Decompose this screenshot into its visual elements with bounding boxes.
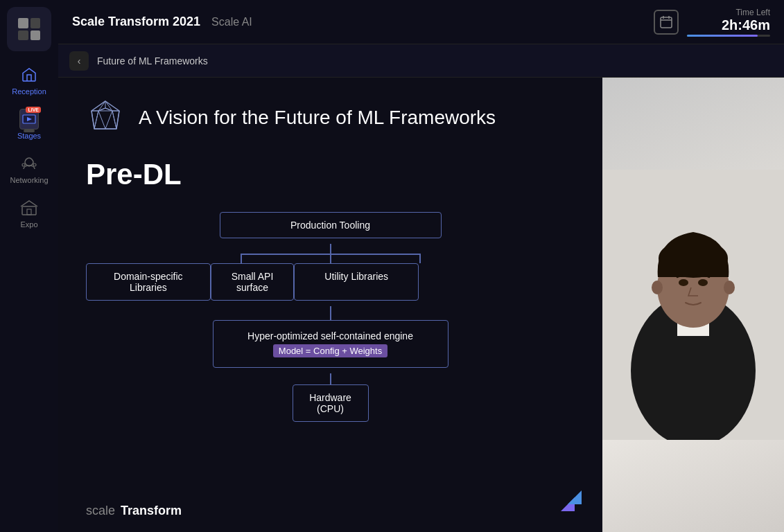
back-button[interactable]: ‹ (69, 51, 89, 71)
utility-libraries-box: Utility Libraries (294, 263, 419, 301)
event-title: Scale Transform 2021 (72, 15, 200, 29)
production-tooling-box: Production Tooling (220, 212, 442, 238)
diagram-row-hardware: Hardware (CPU) (86, 384, 575, 422)
diagram: Production Tooling Domain-specific L (86, 212, 575, 422)
diagram-row-engine: Hyper-optimized self-contained engine Mo… (86, 320, 575, 368)
hardware-box: Hardware (CPU) (293, 384, 369, 422)
expo-icon (19, 198, 39, 218)
svg-point-26 (698, 279, 708, 286)
time-left-value: 2h:46m (722, 17, 770, 33)
model-config-highlight: Model = Config + Weights (273, 344, 387, 357)
diagram-row-production: Production Tooling (86, 212, 575, 238)
app-logo[interactable] (7, 7, 51, 51)
slide-title: A Vision for the Future of ML Frameworks (139, 107, 496, 129)
sidebar-item-stages[interactable]: LIVE Stages (0, 103, 58, 147)
sidebar-item-networking[interactable]: Networking (0, 147, 58, 191)
timer-display: Time Left 2h:46m (687, 8, 770, 37)
svg-rect-6 (661, 17, 672, 28)
svg-marker-19 (568, 490, 582, 504)
sidebar-stages-label: Stages (17, 132, 41, 140)
svg-point-25 (679, 279, 688, 286)
content-area: A Vision for the Future of ML Frameworks… (58, 78, 784, 532)
breadcrumb-bar: ‹ Future of ML Frameworks (58, 44, 784, 78)
sidebar-expo-label: Expo (20, 220, 37, 229)
calendar-icon[interactable] (654, 10, 679, 35)
svg-point-28 (724, 281, 735, 294)
slide-footer: scale Transform (86, 504, 182, 518)
sidebar: Reception LIVE Stages Networking (0, 0, 58, 532)
sidebar-networking-label: Networking (10, 176, 48, 184)
svg-marker-16 (94, 111, 116, 129)
pre-dl-label: Pre-DL (86, 158, 575, 191)
domain-libraries-box: Domain-specific Libraries (86, 263, 211, 301)
small-api-box: Small API surface (211, 263, 295, 301)
main-content: Scale Transform 2021 Scale AI Time Left … (58, 0, 784, 532)
time-progress-bar (687, 35, 770, 37)
gem-icon (86, 98, 125, 137)
svg-rect-4 (22, 206, 36, 215)
footer-logo-light: scale (86, 504, 115, 518)
presentation-slide: A Vision for the Future of ML Frameworks… (58, 78, 602, 532)
hyper-engine-box: Hyper-optimized self-contained engine Mo… (213, 320, 448, 368)
top-header: Scale Transform 2021 Scale AI Time Left … (58, 0, 784, 44)
sidebar-item-expo[interactable]: Expo (0, 191, 58, 236)
timer-section: Time Left 2h:46m (654, 8, 770, 37)
stages-icon: LIVE (19, 109, 39, 129)
sidebar-item-label: Reception (12, 87, 46, 96)
event-org: Scale AI (211, 16, 252, 28)
speaker-video (602, 78, 784, 532)
time-left-label: Time Left (735, 8, 770, 17)
scale-arrow-icon (554, 484, 589, 518)
breadcrumb: Future of ML Frameworks (97, 55, 208, 66)
sidebar-item-reception[interactable]: Reception (0, 58, 58, 103)
networking-icon (19, 154, 39, 173)
svg-point-2 (22, 163, 25, 166)
time-progress-fill (687, 35, 758, 37)
diagram-row-three: Domain-specific Libraries Small API surf… (86, 263, 419, 301)
svg-point-27 (652, 281, 663, 294)
footer-logo-bold: Transform (121, 504, 182, 518)
svg-point-3 (33, 163, 36, 166)
home-icon (19, 65, 39, 85)
svg-rect-5 (27, 209, 31, 215)
slide-header: A Vision for the Future of ML Frameworks (86, 98, 575, 137)
video-feed (602, 78, 784, 532)
